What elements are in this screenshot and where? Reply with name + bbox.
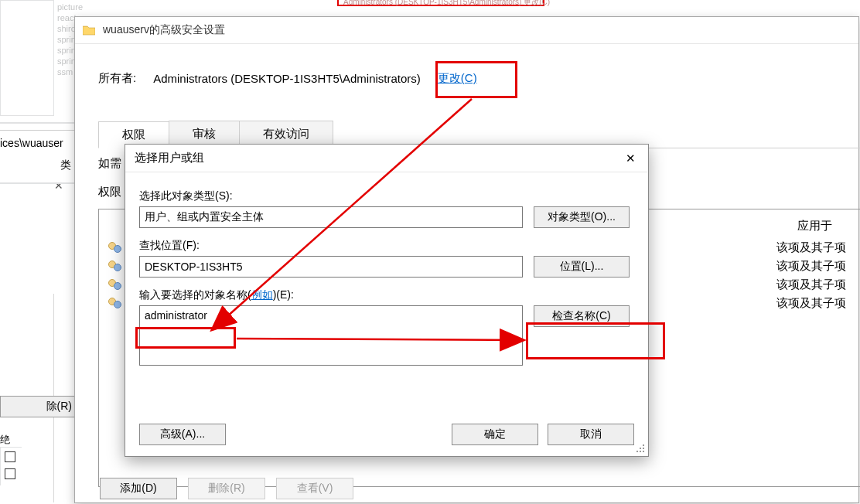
bg-tree-item: sprin — [57, 46, 76, 55]
bg-owner-fragment: Administrators (DESKTOP-1IS3HT5\Administ… — [343, 0, 550, 8]
advanced-button-label: 高级(A)... — [160, 427, 205, 441]
remove-button-label: 删除(R) — [208, 482, 244, 495]
principal-icon — [108, 298, 122, 310]
principal-icon — [108, 242, 122, 254]
change-owner-link[interactable]: 更改(C) — [438, 71, 477, 86]
applies-value: 该项及其子项 — [776, 278, 846, 292]
add-button[interactable]: 添加(D) — [100, 478, 177, 499]
bg-remove-label: 除(R) — [46, 400, 72, 414]
owner-label: 所有者: — [98, 71, 136, 86]
applies-value: 该项及其子项 — [776, 259, 846, 274]
object-name-label-pre: 输入要选择的对象名称( — [139, 288, 251, 301]
principal-icon — [108, 261, 122, 273]
view-button: 查看(V) — [276, 478, 353, 499]
cancel-button[interactable]: 取消 — [548, 424, 634, 445]
bg-deny-label: 绝 — [0, 433, 10, 447]
ok-button-label: 确定 — [484, 427, 506, 441]
bg-tree-item: shiro — [57, 24, 76, 33]
select-user-group-dialog: 选择用户或组 ✕ 选择此对象类型(S): 用户、组或内置安全主体 对象类型(O)… — [125, 144, 649, 457]
applies-value: 该项及其子项 — [776, 296, 846, 311]
applies-value: 该项及其子项 — [776, 240, 846, 255]
window-title: wuauserv的高级安全设置 — [103, 23, 225, 37]
object-name-label-post: )(E): — [273, 288, 294, 301]
svg-rect-3 — [636, 451, 638, 452]
owner-value: Administrators (DESKTOP-1IS3HT5\Administ… — [153, 72, 421, 85]
svg-rect-2 — [643, 448, 644, 449]
object-type-value: 用户、组或内置安全主体 — [145, 210, 264, 224]
close-button[interactable]: ✕ — [619, 149, 642, 168]
object-type-label: 选择此对象类型(S): — [139, 189, 634, 203]
check-names-button-label: 检查名称(C) — [552, 309, 610, 323]
window-titlebar: wuauserv的高级安全设置 — [75, 17, 858, 44]
object-name-value: administrator — [145, 309, 207, 322]
location-value: DESKTOP-1IS3HT5 — [145, 261, 243, 273]
location-field: DESKTOP-1IS3HT5 — [139, 256, 523, 278]
resize-grip-icon[interactable] — [635, 443, 646, 454]
bg-tree-item: sprin — [57, 35, 76, 44]
ok-button[interactable]: 确定 — [452, 424, 538, 445]
principal-icon — [108, 279, 122, 291]
advanced-button[interactable]: 高级(A)... — [139, 424, 226, 445]
object-name-label: 输入要选择的对象名称(例如)(E): — [139, 288, 634, 302]
folder-icon — [83, 25, 95, 36]
svg-rect-5 — [643, 451, 644, 452]
bg-tree-item: sprin — [57, 56, 76, 66]
bg-tree-item: react — [57, 13, 76, 22]
view-button-label: 查看(V) — [297, 482, 333, 495]
object-name-input[interactable]: administrator — [139, 305, 523, 366]
object-type-field: 用户、组或内置安全主体 — [139, 206, 523, 228]
remove-button: 删除(R) — [188, 478, 265, 499]
add-button-label: 添加(D) — [120, 482, 156, 495]
bg-type-label: 类 — [60, 158, 71, 172]
locations-button[interactable]: 位置(L)... — [534, 256, 630, 278]
svg-rect-1 — [640, 448, 641, 449]
close-icon[interactable]: ✕ — [45, 174, 73, 197]
bg-remove-button[interactable]: 除(R) — [0, 396, 77, 417]
dialog-title: 选择用户或组 — [135, 151, 204, 165]
column-applies-to: 应用于 — [797, 219, 832, 233]
bg-path-fragment: ices\wuauser — [0, 137, 63, 149]
svg-rect-0 — [643, 444, 644, 446]
check-names-button[interactable]: 检查名称(C) — [534, 305, 630, 327]
dialog-titlebar: 选择用户或组 ✕ — [125, 145, 648, 172]
cancel-button-label: 取消 — [580, 427, 602, 441]
examples-link[interactable]: 例如 — [251, 288, 273, 301]
object-types-button-label: 对象类型(O)... — [548, 210, 616, 224]
location-label: 查找位置(F): — [139, 239, 634, 253]
locations-button-label: 位置(L)... — [560, 260, 604, 274]
object-types-button[interactable]: 对象类型(O)... — [534, 206, 630, 228]
bg-tree-item: ssm — [57, 67, 73, 77]
bg-tree-item: picture — [57, 2, 83, 12]
svg-rect-4 — [640, 451, 641, 452]
